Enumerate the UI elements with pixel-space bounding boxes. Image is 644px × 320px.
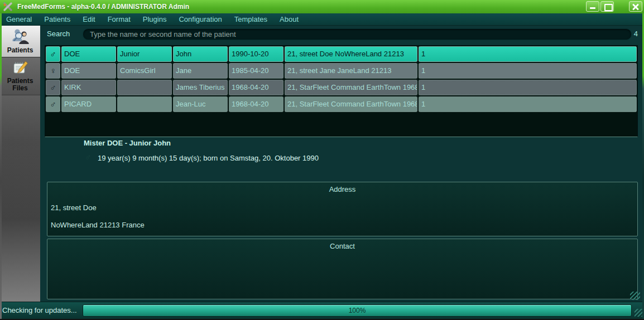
sidebar-item-patients[interactable]: Patients [0, 26, 40, 57]
name-cell[interactable]: DOE [61, 46, 116, 62]
name-cell[interactable]: PICARD [61, 96, 116, 112]
gender-cell[interactable]: ♀ [46, 63, 60, 79]
count-cell[interactable]: 1 [419, 80, 637, 95]
minimize-icon[interactable] [586, 1, 599, 12]
menu-about[interactable]: About [273, 13, 305, 25]
second-name-cell[interactable] [117, 96, 172, 112]
dob-cell[interactable]: 1968-04-20 [229, 80, 283, 95]
patient-row[interactable]: ♀DOEComicsGirlJane1985-04-2021, street J… [45, 62, 637, 79]
address-cell[interactable]: 21, StarFleet Command EarthTown 1968 [285, 80, 417, 95]
first-name-cell[interactable]: Jane [173, 63, 228, 79]
menu-format[interactable]: Format [102, 13, 137, 25]
search-input[interactable] [83, 28, 632, 40]
menu-patients[interactable]: Patients [38, 13, 76, 25]
name-cell[interactable]: KIRK [61, 80, 116, 95]
first-name-cell[interactable]: James Tiberius [173, 80, 228, 95]
address-section: Address 21, street Doe NoWhereLand 21213… [47, 182, 638, 236]
second-name-cell[interactable] [117, 80, 172, 95]
gender-cell[interactable]: ♂ [46, 96, 60, 112]
details-gender-icon: ♂ [85, 152, 92, 162]
second-name-cell[interactable]: Junior [117, 46, 172, 62]
sidebar-item-patients-files[interactable]: Patients Files [0, 57, 40, 95]
gender-cell[interactable]: ♂ [46, 46, 60, 62]
dob-cell[interactable]: 1990-10-20 [229, 46, 283, 62]
name-cell[interactable]: DOE [61, 63, 116, 79]
count-cell[interactable]: 1 [419, 96, 637, 112]
patient-row[interactable]: ♂PICARDJean-Luc1968-04-2021, StarFleet C… [45, 96, 637, 113]
dob-cell[interactable]: 1985-04-20 [229, 63, 283, 79]
count-cell[interactable]: 1 [419, 46, 637, 62]
patient-row[interactable]: ♂KIRKJames Tiberius1968-04-2021, StarFle… [45, 79, 637, 96]
menu-templates[interactable]: Templates [228, 13, 273, 25]
dob-cell[interactable]: 1968-04-20 [229, 96, 283, 112]
patient-files-icon [11, 60, 29, 75]
count-cell[interactable]: 1 [419, 63, 637, 79]
sidebar-item-label: Patients Files [0, 77, 40, 92]
address-line: NoWhereLand 21213 France [47, 221, 637, 229]
first-name-cell[interactable]: Jean-Luc [173, 96, 228, 112]
menu-edit[interactable]: Edit [76, 13, 101, 25]
window-title: FreeMedForms - alpha-0.4.0 / ADMINISTRAT… [17, 3, 189, 11]
address-cell[interactable]: 21, StarFleet Command EarthTown 1968 [285, 96, 417, 112]
patient-details-title: Mister DOE - Junior John [84, 139, 171, 147]
main-area: Search 4 ♂DOEJuniorJohn1990-10-2021, str… [40, 26, 642, 302]
contact-section: Contact [47, 239, 638, 299]
patient-row[interactable]: ♂DOEJuniorJohn1990-10-2021, street Doe N… [45, 46, 637, 62]
status-message: Checking for updates... [2, 306, 77, 314]
close-icon[interactable] [629, 1, 642, 12]
menu-general[interactable]: General [0, 13, 38, 25]
progress-label: 100% [83, 305, 631, 317]
address-cell[interactable]: 21, street Jane JaneLand 21213 [285, 63, 417, 79]
window-border-left [0, 13, 2, 319]
patients-search-icon [10, 28, 30, 45]
menu-plugins[interactable]: Plugins [137, 13, 173, 25]
app-logo-icon[interactable] [3, 2, 13, 12]
patient-table[interactable]: ♂DOEJuniorJohn1990-10-2021, street Doe N… [45, 45, 638, 137]
window-resize-grip[interactable] [635, 309, 642, 317]
sidebar-item-label: Patients [0, 47, 40, 54]
search-bar: Search 4 [40, 26, 642, 43]
first-name-cell[interactable]: John [173, 46, 228, 62]
sidebar: Patients Patients Files [0, 26, 40, 302]
search-result-count: 4 [634, 30, 638, 38]
gender-cell[interactable]: ♂ [46, 80, 60, 95]
address-cell[interactable]: 21, street Doe NoWhereLand 21213 [285, 46, 417, 62]
address-header: Address [47, 182, 637, 193]
resize-grip[interactable] [630, 292, 640, 300]
patient-age-line: 19 year(s) 9 month(s) 15 day(s); born on… [98, 154, 319, 162]
menu-configuration[interactable]: Configuration [172, 13, 228, 25]
maximize-icon[interactable] [600, 1, 614, 12]
titlebar: FreeMedForms - alpha-0.4.0 / ADMINISTRAT… [0, 0, 644, 13]
contact-header: Contact [47, 239, 637, 250]
address-line: 21, street Doe [47, 203, 637, 212]
search-label: Search [47, 30, 70, 38]
statusbar: Checking for updates... 100% [0, 302, 644, 319]
menubar: General Patients Edit Format Plugins Con… [0, 13, 644, 26]
update-progress-bar: 100% [83, 304, 632, 317]
second-name-cell[interactable]: ComicsGirl [117, 63, 172, 79]
